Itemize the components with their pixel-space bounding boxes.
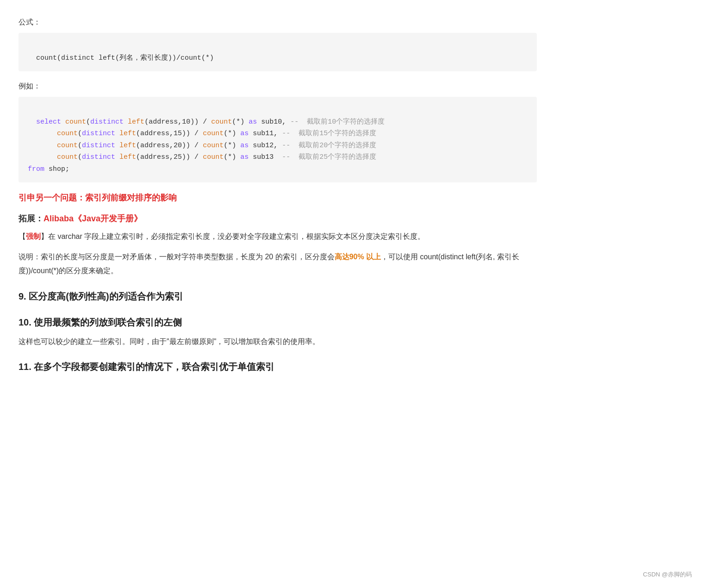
code-line-1: select count(distinct left(address,10)) …: [36, 118, 385, 126]
code-line-2: count(distinct left(address,15)) / count…: [28, 130, 376, 138]
formula-label: 公式：: [19, 16, 537, 28]
para-leftmost: 这样也可以较少的建立一些索引。同时，由于"最左前缀原则"，可以增加联合索引的使用…: [19, 335, 537, 349]
para-mandatory: 【强制】在 varchar 字段上建立索引时，必须指定索引长度，没必要对全字段建…: [19, 230, 537, 244]
para1-text: 在 varchar 字段上建立索引时，必须指定索引长度，没必要对全字段建立索引，…: [48, 232, 425, 240]
strong-label: 强制: [26, 232, 41, 240]
bracket-open: 【: [19, 232, 26, 240]
expand-main: Alibaba《Java开发手册》: [44, 214, 142, 223]
bracket-close: 】: [41, 232, 48, 240]
code-line-3: count(distinct left(address,20)) / count…: [28, 142, 376, 150]
formula-code-block: count(distinct left(列名，索引长度))/count(*): [19, 33, 537, 71]
para2-text1: 说明：索引的长度与区分度是一对矛盾体，一般对字符串类型数据，长度为 20 的索引…: [19, 253, 335, 261]
formula-code: count(distinct left(列名，索引长度))/count(*): [36, 54, 214, 62]
code-line-5: from shop;: [28, 165, 69, 173]
example-label: 例如：: [19, 80, 537, 92]
expand-prefix: 拓展：: [19, 214, 44, 223]
heading-alibaba: 拓展：Alibaba《Java开发手册》: [19, 212, 537, 226]
heading-combined-index: 11. 在多个字段都要创建索引的情况下，联合索引优于单值索引: [19, 359, 537, 375]
para2-highlight: 高达90% 以上: [335, 253, 381, 261]
heading-most-frequent: 10. 使用最频繁的列放到联合索引的左侧: [19, 314, 537, 330]
example-code-block: select count(distinct left(address,10)) …: [19, 97, 537, 182]
code-line-4: count(distinct left(address,25)) / count…: [28, 153, 376, 161]
para-description: 说明：索引的长度与区分度是一对矛盾体，一般对字符串类型数据，长度为 20 的索引…: [19, 250, 537, 278]
heading-high-cardinality: 9. 区分度高(散列性高)的列适合作为索引: [19, 288, 537, 304]
heading-sort-influence: 引申另一个问题：索引列前缀对排序的影响: [19, 191, 537, 205]
